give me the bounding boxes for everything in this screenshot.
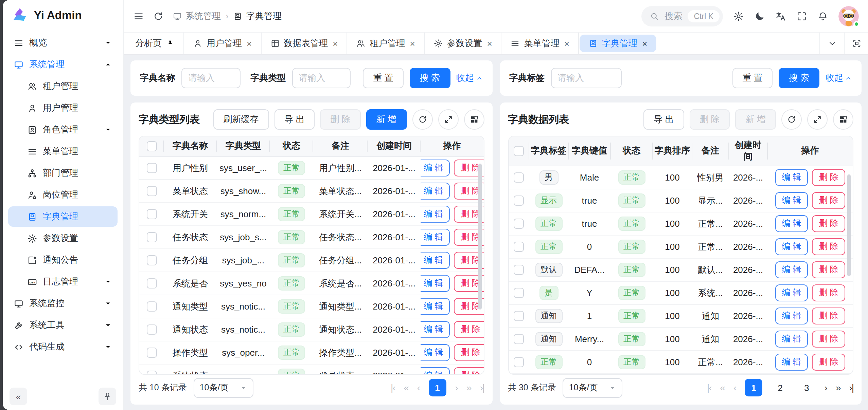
row-checkbox[interactable]: [514, 172, 524, 183]
row-checkbox[interactable]: [146, 301, 157, 312]
row-checkbox[interactable]: [146, 186, 157, 196]
user-avatar[interactable]: [838, 6, 859, 26]
edit-button[interactable]: 编 辑: [421, 367, 450, 374]
edit-button[interactable]: 编 辑: [775, 308, 808, 324]
dict-label-input[interactable]: 请输入: [551, 68, 621, 88]
delete-button[interactable]: 删 除: [812, 308, 845, 324]
sidebar-item[interactable]: 部门管理: [8, 163, 118, 183]
row-checkbox[interactable]: [514, 219, 524, 229]
row-checkbox[interactable]: [146, 209, 157, 219]
sidebar-item[interactable]: 系统监控: [8, 293, 118, 314]
refresh-table-button[interactable]: [781, 109, 802, 130]
sidebar-item[interactable]: 租户管理: [8, 76, 118, 96]
page-number[interactable]: 3: [798, 379, 815, 396]
tab-close-icon[interactable]: ×: [410, 39, 415, 48]
edit-button[interactable]: 编 辑: [775, 284, 808, 301]
row-checkbox[interactable]: [146, 348, 157, 358]
export-button[interactable]: 导 出: [274, 109, 315, 130]
edit-button[interactable]: 编 辑: [421, 252, 450, 269]
sidebar-item[interactable]: 角色管理: [8, 119, 118, 140]
tab[interactable]: 用户管理 ×: [184, 33, 261, 54]
next-page-button[interactable]: ›: [455, 382, 457, 393]
sidebar-item[interactable]: 菜单管理: [8, 141, 118, 162]
jump-forward-button[interactable]: »: [836, 382, 840, 393]
delete-button[interactable]: 删 除: [812, 261, 845, 278]
first-page-button[interactable]: |‹: [391, 382, 395, 393]
tab[interactable]: 分析页: [126, 33, 184, 54]
tab[interactable]: 字典管理 ×: [580, 35, 656, 52]
page-size-select[interactable]: 10条/页: [194, 378, 253, 397]
tab[interactable]: 菜单管理 ×: [502, 33, 579, 54]
delete-button[interactable]: 删 除: [320, 109, 361, 130]
tab[interactable]: 数据表管理 ×: [261, 33, 347, 54]
reset-button[interactable]: 重 置: [732, 68, 773, 88]
edit-button[interactable]: 编 辑: [775, 354, 808, 371]
next-page-button[interactable]: ›: [824, 382, 827, 393]
row-checkbox[interactable]: [146, 371, 157, 374]
column-settings-button[interactable]: [833, 109, 853, 130]
refresh-page-icon[interactable]: [153, 11, 164, 21]
page-size-select[interactable]: 10条/页: [563, 378, 623, 397]
select-all-checkbox[interactable]: [146, 141, 157, 151]
tab-close-icon[interactable]: ×: [642, 39, 647, 48]
breadcrumb-item-system[interactable]: 系统管理: [173, 10, 221, 22]
collapse-filters-link[interactable]: 收起: [826, 72, 852, 84]
table-scrollbar[interactable]: [478, 164, 481, 310]
edit-button[interactable]: 编 辑: [421, 275, 450, 292]
page-number-active[interactable]: 1: [745, 379, 762, 396]
edit-button[interactable]: 编 辑: [775, 215, 808, 232]
row-checkbox[interactable]: [514, 334, 524, 344]
edit-button[interactable]: 编 辑: [775, 238, 808, 255]
delete-button[interactable]: 删 除: [690, 109, 730, 130]
pin-sidebar-button[interactable]: [99, 388, 116, 405]
fullscreen-icon[interactable]: [796, 11, 807, 21]
edit-button[interactable]: 编 辑: [775, 261, 808, 278]
language-translate-icon[interactable]: [775, 11, 786, 21]
edit-button[interactable]: 编 辑: [421, 183, 450, 200]
edit-button[interactable]: 编 辑: [421, 298, 450, 315]
delete-button[interactable]: 删 除: [812, 192, 845, 209]
delete-button[interactable]: 删 除: [454, 344, 484, 361]
edit-button[interactable]: 编 辑: [421, 206, 450, 223]
row-checkbox[interactable]: [514, 265, 524, 275]
refresh-cache-button[interactable]: 刷新缓存: [213, 109, 269, 130]
search-button[interactable]: 搜 索: [410, 68, 450, 88]
select-all-checkbox[interactable]: [514, 146, 524, 156]
jump-back-button[interactable]: «: [404, 382, 409, 393]
delete-button[interactable]: 删 除: [454, 321, 484, 338]
add-button[interactable]: 新 增: [366, 109, 407, 130]
dict-name-input[interactable]: 请输入: [181, 68, 240, 88]
row-checkbox[interactable]: [146, 163, 157, 173]
first-page-button[interactable]: |‹: [707, 382, 711, 393]
page-number-active[interactable]: 1: [428, 379, 446, 396]
delete-button[interactable]: 删 除: [812, 215, 845, 232]
edit-button[interactable]: 编 辑: [421, 321, 450, 338]
logo-row[interactable]: Yi Admin: [3, 0, 123, 30]
table-scrollbar[interactable]: [847, 174, 851, 276]
delete-button[interactable]: 删 除: [812, 331, 845, 348]
sidebar-item[interactable]: DEV 日志管理: [8, 272, 118, 292]
edit-button[interactable]: 编 辑: [421, 160, 450, 176]
edit-button[interactable]: 编 辑: [421, 344, 450, 361]
sidebar-item[interactable]: 代码生成: [8, 337, 118, 357]
row-checkbox[interactable]: [146, 255, 157, 265]
edit-button[interactable]: 编 辑: [421, 229, 450, 246]
delete-button[interactable]: 删 除: [812, 354, 845, 371]
tab[interactable]: 租户管理 ×: [347, 33, 424, 54]
sidebar-item[interactable]: 字典管理: [8, 206, 118, 227]
sidebar-item[interactable]: 通知公告: [8, 250, 118, 270]
export-button[interactable]: 导 出: [643, 109, 684, 130]
delete-button[interactable]: 删 除: [812, 238, 845, 255]
jump-back-button[interactable]: «: [720, 382, 725, 393]
tab-close-icon[interactable]: ×: [247, 39, 252, 48]
prev-page-button[interactable]: ‹: [733, 382, 736, 393]
refresh-table-button[interactable]: [412, 109, 432, 130]
tab-more-button[interactable]: [819, 33, 844, 54]
row-checkbox[interactable]: [514, 242, 524, 252]
sidebar-item[interactable]: 岗位管理: [8, 185, 118, 205]
column-settings-button[interactable]: [464, 109, 484, 130]
collapse-sidebar-button[interactable]: «: [10, 388, 27, 405]
content-fullscreen-button[interactable]: [844, 33, 868, 54]
breadcrumb-item-dict[interactable]: 字典管理: [233, 10, 282, 22]
last-page-button[interactable]: ›|: [849, 382, 853, 393]
